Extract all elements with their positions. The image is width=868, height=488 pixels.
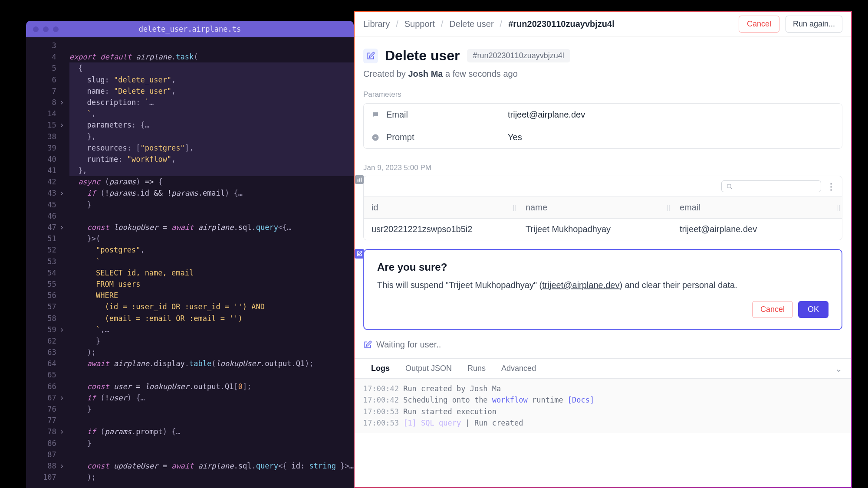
table-toolbar: ⋮ [364, 176, 842, 197]
col-resize-handle[interactable]: || [667, 204, 670, 211]
parameters-table: Email trijeet@airplane.dev Prompt Yes [363, 103, 842, 149]
tab-logs[interactable]: Logs [363, 359, 398, 378]
page-title: Delete user [385, 48, 460, 64]
code-editor-window: delete_user.airplane.ts 3›4›5›6›7›8›14›1… [26, 21, 354, 488]
chevron-down-icon[interactable]: ⌄ [835, 364, 842, 374]
table-search-input[interactable] [721, 180, 821, 192]
output-tabs: Logs Output JSON Runs Advanced ⌄ [355, 358, 851, 379]
tab-output-json[interactable]: Output JSON [398, 359, 460, 378]
param-val: Yes [508, 132, 522, 142]
breadcrumb-run-id: #run20230110zuayvbjzu4l [508, 19, 615, 29]
editor-filename: delete_user.airplane.ts [139, 25, 241, 33]
svg-rect-2 [359, 178, 360, 182]
cell-email: trijeet@airplane.dev [672, 219, 842, 240]
breadcrumb-support[interactable]: Support [404, 19, 435, 29]
run-panel: Library / Support / Delete user / #run20… [354, 11, 852, 488]
timestamp: Jan 9, 2023 5:00 PM [363, 164, 842, 172]
cell-name: Trijeet Mukhopadhyay [518, 219, 672, 240]
confirm-prompt-card: Are you sure? This will suspend "Trijeet… [363, 249, 842, 330]
tab-runs[interactable]: Runs [460, 359, 493, 378]
window-maximize-icon[interactable] [53, 26, 59, 32]
param-row-prompt: Prompt Yes [364, 126, 842, 148]
col-header-name: name|| [518, 197, 672, 218]
svg-rect-3 [361, 177, 362, 181]
waiting-text: Waiting for user.. [376, 340, 441, 350]
logs-output: 17:00:42 Run created by Josh Ma17:00:42 … [355, 379, 851, 433]
cell-id: usr20221221zswpso1b5i2 [364, 219, 518, 240]
run-id-badge: #run20230110zuayvbjzu4l [467, 49, 570, 62]
col-resize-handle[interactable]: || [513, 204, 516, 211]
col-resize-handle[interactable]: || [837, 204, 840, 211]
window-close-icon[interactable] [33, 26, 39, 32]
run-again-button[interactable]: Run again... [786, 16, 842, 33]
svg-point-4 [727, 184, 731, 188]
editor-titlebar: delete_user.airplane.ts [26, 21, 354, 37]
editor-body[interactable]: 3›4›5›6›7›8›14›15›38›39›40›41›42›43›45›4… [26, 37, 354, 488]
edit-icon [363, 341, 372, 349]
panel-body: Delete user #run20230110zuayvbjzu4l Crea… [355, 36, 851, 487]
task-icon [363, 49, 378, 63]
waiting-status: Waiting for user.. [363, 340, 842, 350]
cancel-run-button[interactable]: Cancel [739, 16, 779, 33]
col-header-id: id|| [364, 197, 518, 218]
breadcrumb-sep: / [500, 19, 503, 29]
window-minimize-icon[interactable] [43, 26, 49, 32]
param-row-email: Email trijeet@airplane.dev [364, 104, 842, 126]
chat-icon [372, 111, 382, 119]
search-icon [726, 183, 733, 190]
check-circle-icon [372, 134, 382, 141]
table-row[interactable]: usr20221221zswpso1b5i2 Trijeet Mukhopadh… [364, 219, 842, 240]
table-header-row: id|| name|| email|| [364, 197, 842, 219]
output-table-card: ⋮ id|| name|| email|| usr20221221zswpso1… [363, 176, 842, 240]
svg-rect-1 [357, 179, 358, 181]
prompt-actions: Cancel OK [377, 301, 829, 318]
param-key: Email [386, 110, 508, 120]
breadcrumb-sep: / [441, 19, 444, 29]
parameters-label: Parameters [363, 90, 842, 99]
prompt-title: Are you sure? [377, 261, 829, 273]
prompt-body: This will suspend "Trijeet Mukhopadhyay"… [377, 278, 829, 291]
title-row: Delete user #run20230110zuayvbjzu4l [363, 48, 842, 64]
table-icon [355, 175, 364, 184]
param-val: trijeet@airplane.dev [508, 110, 585, 120]
panel-header: Library / Support / Delete user / #run20… [355, 12, 851, 36]
breadcrumb-library[interactable]: Library [363, 19, 390, 29]
breadcrumb-delete-user[interactable]: Delete user [449, 19, 493, 29]
breadcrumb-sep: / [396, 19, 398, 29]
col-header-email: email|| [672, 197, 842, 218]
prompt-ok-button[interactable]: OK [798, 301, 829, 318]
tab-advanced[interactable]: Advanced [493, 359, 544, 378]
traffic-lights [33, 26, 59, 32]
prompt-cancel-button[interactable]: Cancel [752, 301, 793, 318]
edit-icon [355, 249, 364, 259]
created-by: Created by Josh Ma a few seconds ago [363, 69, 842, 79]
table-more-icon[interactable]: ⋮ [826, 181, 836, 192]
param-key: Prompt [386, 132, 508, 142]
